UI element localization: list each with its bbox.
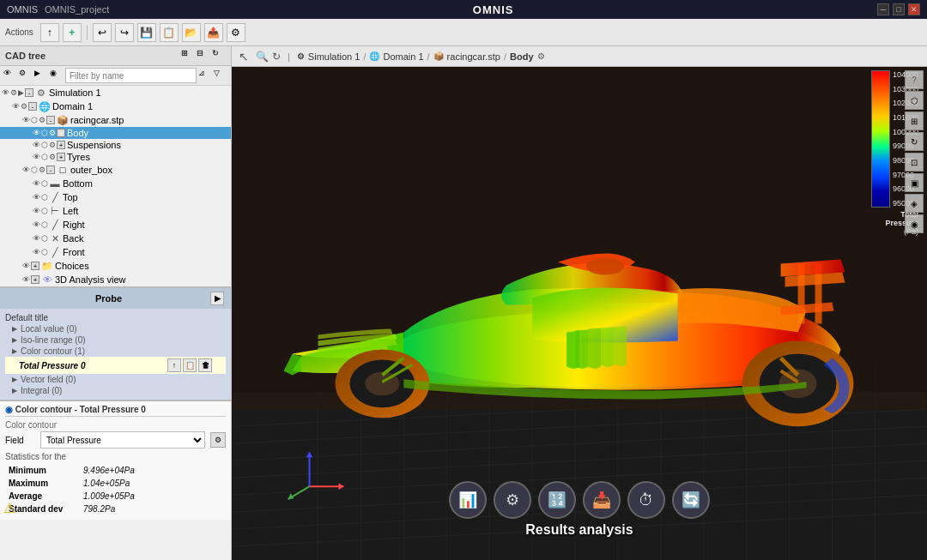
stat-average-value: 1.009e+05Pa <box>82 491 224 502</box>
tree-node-domain1[interactable]: 👁 ⚙ - 🌐 Domain 1 <box>0 99 231 113</box>
open-button[interactable]: 📂 <box>182 23 201 42</box>
eye-icon: 👁 <box>22 275 30 284</box>
tree-node-front[interactable]: 👁 ⬡ ╱ Front <box>0 245 231 259</box>
titlebar: OMNIS OMNIS_project OMNIS ─ □ ✕ <box>0 0 927 19</box>
up-button[interactable]: ↑ <box>40 23 59 42</box>
tree-node-choices[interactable]: 👁 + 📁 Choices <box>0 259 231 273</box>
probe-local-value[interactable]: Local value (0) <box>5 323 226 334</box>
probe-integral[interactable]: Integral (0) <box>5 385 226 396</box>
probe-upload-btn[interactable]: ↑ <box>167 358 181 372</box>
expand-toggle[interactable]: + <box>31 275 39 284</box>
bc-sep2: / <box>427 51 430 62</box>
expand-toggle[interactable]: - <box>46 166 55 174</box>
probe-color-contour-section[interactable]: Color contour (1) <box>5 346 226 357</box>
stat-maximum-value: 1.04e+05Pa <box>82 478 224 489</box>
cad-render-btn[interactable]: ▶ <box>34 69 48 82</box>
redo-button[interactable]: ↪ <box>115 23 134 42</box>
cad-refresh-btn[interactable]: ↻ <box>212 49 226 63</box>
probe-copy-btn[interactable]: 📋 <box>183 358 197 372</box>
expand-toggle[interactable]: + <box>57 153 65 161</box>
tree-node-back[interactable]: 👁 ⬡ ✕ Back <box>0 232 231 245</box>
magnify-icon: 🔍 <box>256 51 269 63</box>
cad-filter-input[interactable] <box>65 68 197 83</box>
cad-view-btn[interactable]: ◉ <box>50 69 64 82</box>
tree-node-bottom[interactable]: 👁 ⬡ ▬ Bottom <box>0 177 231 190</box>
gear-icon-small: ⚙ <box>10 88 17 97</box>
results-chart-btn[interactable]: 📊 <box>449 481 487 519</box>
cad-tree-title: CAD tree <box>5 51 45 61</box>
expand-toggle[interactable]: + <box>31 262 39 270</box>
results-gear-btn[interactable]: ⚙ <box>494 481 531 519</box>
minimize-button[interactable]: ─ <box>877 3 889 15</box>
expand-toggle[interactable]: + <box>57 141 65 149</box>
copy-button[interactable]: 📋 <box>160 23 179 42</box>
export-button[interactable]: 📤 <box>204 23 223 42</box>
tree-node-suspensions[interactable]: 👁 ⬡ ⚙ + Suspensions <box>0 139 231 151</box>
cad-eye-btn[interactable]: 👁 <box>3 69 17 82</box>
vp-tool6-btn[interactable]: ◈ <box>905 194 924 213</box>
bc-icon-car: 📦 <box>433 51 444 61</box>
settings-button[interactable]: ⚙ <box>227 23 245 42</box>
field-select[interactable]: Total Pressure <box>40 431 205 449</box>
cad-tree: CAD tree ⊞ ⊟ ↻ 👁 ⚙ ▶ ◉ ⊿ ▽ <box>0 46 231 288</box>
vp-help-btn[interactable]: ? <box>905 70 924 89</box>
field-row: Field Total Pressure ⚙ <box>5 431 226 449</box>
probe-collapse-btn[interactable]: ▶ <box>210 292 224 305</box>
cad-gear-btn[interactable]: ⚙ <box>19 69 33 82</box>
probe-header: Probe ▶ <box>0 288 231 309</box>
tree-node-right[interactable]: 👁 ⬡ ╱ Right <box>0 218 231 232</box>
tree-node-label: racingcar.stp <box>70 115 124 125</box>
tree-node-3dview[interactable]: 👁 + 👁 3D Analysis view <box>0 273 231 286</box>
cad-filter-settings[interactable]: ⊿ <box>198 69 212 82</box>
add-button[interactable]: + <box>63 23 82 42</box>
undo-button[interactable]: ↩ <box>93 23 112 42</box>
probe-delete-btn[interactable]: 🗑 <box>198 358 212 372</box>
table-row: Standard dev 798.2Pa <box>7 503 224 515</box>
tree-node-top[interactable]: 👁 ⬡ ╱ Top <box>0 190 231 204</box>
vp-tool7-btn[interactable]: ◉ <box>905 214 924 233</box>
save-button[interactable]: 💾 <box>137 23 156 42</box>
tree-node-left[interactable]: 👁 ⬡ ⊢ Left <box>0 204 231 218</box>
tree-node-outerbox[interactable]: 👁 ⬡ ⚙ - □ outer_box <box>0 163 231 177</box>
results-refresh-btn[interactable]: 🔄 <box>672 481 710 519</box>
vp-tool1-btn[interactable]: ⬡ <box>905 91 924 110</box>
tree-node-simulation1[interactable]: 👁 ⚙ ▶ - ⚙ Simulation 1 <box>0 86 231 99</box>
left-panel: CAD tree ⊞ ⊟ ↻ 👁 ⚙ ▶ ◉ ⊿ ▽ <box>0 46 232 560</box>
viewport[interactable]: ↖ 🔍 ↻ | ⚙ Simulation 1 / 🌐 Domain 1 / 📦 … <box>232 46 927 560</box>
eye-icon: 👁 <box>33 248 40 256</box>
maximize-button[interactable]: □ <box>893 3 905 15</box>
vp-tool3-btn[interactable]: ↻ <box>905 132 924 151</box>
eye-icon: 👁 <box>33 207 40 215</box>
cad-filter-icon[interactable]: ▽ <box>214 69 227 82</box>
tree-node-racingcar[interactable]: 👁 ⬡ ⚙ - 📦 racingcar.stp <box>0 113 231 127</box>
vp-tool4-btn[interactable]: ⊡ <box>905 153 924 172</box>
expand-toggle[interactable]: + <box>57 129 65 137</box>
expand-toggle[interactable]: - <box>28 102 37 111</box>
stat-maximum-label: Maximum <box>7 478 80 489</box>
cad-expand-btn[interactable]: ⊞ <box>181 49 195 63</box>
tree-node-label: Top <box>63 192 78 202</box>
eye-icon: 👁 <box>33 193 40 202</box>
face-icon: ▬ <box>49 178 61 190</box>
model-icon: 📦 <box>57 114 69 126</box>
probe-vector-field[interactable]: Vector field (0) <box>5 374 226 385</box>
tree-node-body[interactable]: 👁 ⬡ ⚙ + Body <box>0 127 231 139</box>
field-settings-btn[interactable]: ⚙ <box>210 432 226 448</box>
cursor-icon: ↖ <box>239 50 249 63</box>
close-button[interactable]: ✕ <box>908 3 920 15</box>
expand-toggle[interactable]: - <box>46 116 55 124</box>
eye-icon: 👁 <box>2 88 9 97</box>
probe-active-item[interactable]: Total Pressure 0 ↑ 📋 🗑 <box>5 357 226 374</box>
tree-node-tyres[interactable]: 👁 ⬡ ⚙ + Tyres <box>0 151 231 163</box>
bc-icon-sim: ⚙ <box>297 51 305 61</box>
results-table-btn[interactable]: 🔢 <box>538 481 576 519</box>
results-download-btn[interactable]: 📥 <box>583 481 621 519</box>
vp-tool2-btn[interactable]: ⊞ <box>905 111 924 130</box>
cad-collapse-btn[interactable]: ⊟ <box>197 49 210 63</box>
tree-node-label: outer_box <box>70 165 112 175</box>
expand-toggle[interactable]: - <box>25 88 33 97</box>
probe-isoline[interactable]: Iso-line range (0) <box>5 334 226 346</box>
stat-minimum-label: Minimum <box>7 465 80 476</box>
results-clock-btn[interactable]: ⏱ <box>627 481 665 519</box>
vp-tool5-btn[interactable]: ▣ <box>905 173 924 192</box>
